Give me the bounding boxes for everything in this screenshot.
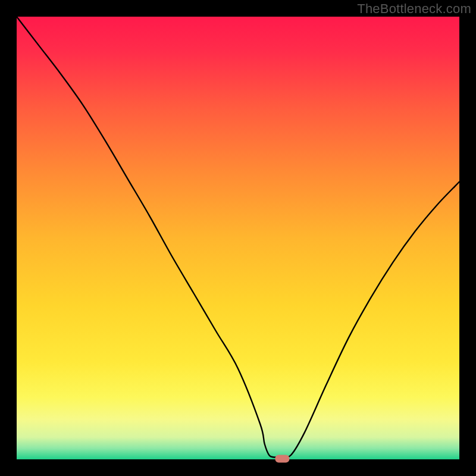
optimum-marker [275, 455, 289, 463]
bottleneck-chart [0, 0, 476, 476]
watermark-text: TheBottleneck.com [357, 1, 471, 17]
chart-container: TheBottleneck.com [0, 0, 476, 476]
plot-background [17, 17, 459, 459]
